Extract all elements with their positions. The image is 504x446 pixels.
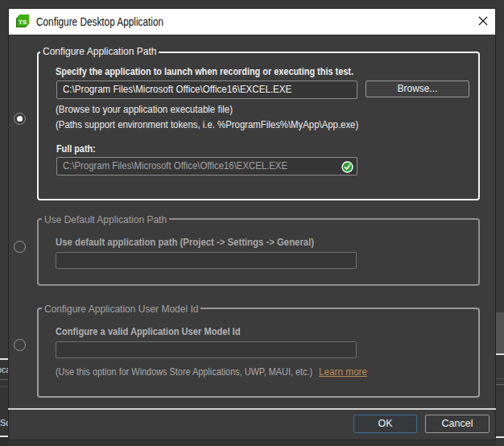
svg-text:TS: TS bbox=[19, 18, 27, 25]
